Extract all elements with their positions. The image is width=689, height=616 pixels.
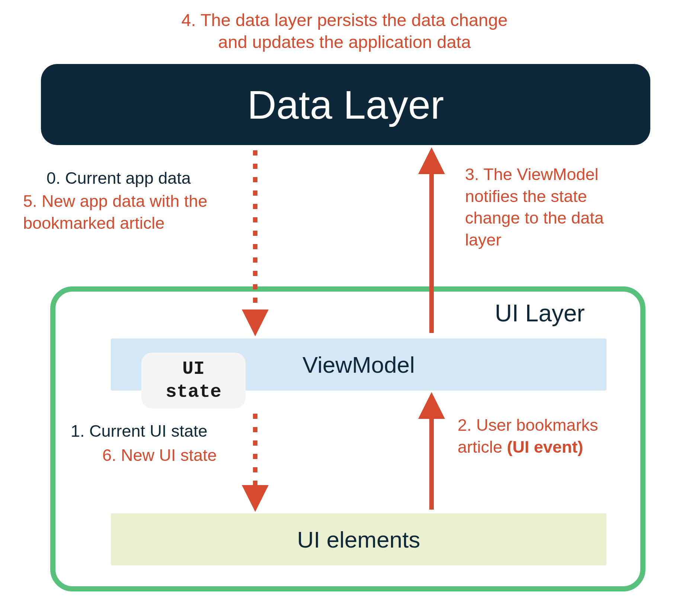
annotation-step-2: 2. User bookmarks article (UI event) [458,414,614,458]
annotation-step-0: 0. Current app data [47,167,191,189]
architecture-diagram: 4. The data layer persists the data chan… [0,0,689,616]
ui-layer-title: UI Layer [495,299,585,327]
ui-state-badge: UIstate [141,353,246,408]
annotation-step-1: 1. Current UI state [71,420,208,442]
annotation-step-6: 6. New UI state [102,445,217,466]
annotation-step-4: 4. The data layer persists the data chan… [0,9,689,53]
annotation-step-2-bold: (UI event) [507,437,583,456]
annotation-step-5: 5. New app data with the bookmarked arti… [23,190,217,234]
data-layer-box: Data Layer [41,64,650,145]
annotation-step-3: 3. The ViewModel notifies the state chan… [465,164,640,251]
ui-elements-box: UI elements [111,513,606,565]
